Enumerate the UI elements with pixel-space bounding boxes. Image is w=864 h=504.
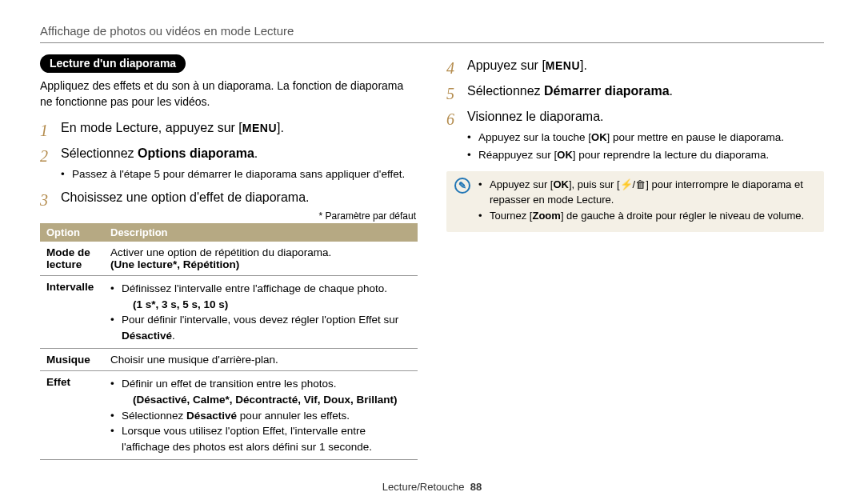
steps-left: En mode Lecture, appuyez sur [MENU]. Sél… [40, 118, 418, 208]
menu-icon: MENU [546, 59, 580, 72]
note-item: Tournez [Zoom] de gauche à droite pour r… [478, 209, 816, 224]
info-icon: ✎ [454, 178, 470, 194]
table-row: Effet Définir un effet de transition ent… [40, 371, 418, 460]
step-3: Choisissez une option d'effet de diapora… [40, 188, 418, 207]
section-label: Lecture d'un diaporama [40, 54, 186, 73]
section-intro: Appliquez des effets et du son à un diap… [40, 78, 418, 110]
step-6-sub: Appuyez sur la touche [OK] pour mettre e… [467, 130, 824, 146]
table-row: Musique Choisir une musique d'arrière-pl… [40, 349, 418, 371]
step-1: En mode Lecture, appuyez sur [MENU]. [40, 118, 418, 138]
table-row: Mode de lecture Activer une option de ré… [40, 242, 418, 276]
options-table: Option Description Mode de lecture Activ… [40, 223, 418, 460]
footer: Lecture/Retouche 88 [40, 481, 824, 493]
left-column: Lecture d'un diaporama Appliquez des eff… [40, 54, 418, 460]
ok-icon: OK [554, 178, 570, 190]
menu-icon: MENU [242, 122, 277, 134]
step-2-sub: Passez à l'étape 5 pour démarrer le diap… [61, 166, 418, 182]
step-2: Sélectionnez Options diaporama. Passez à… [40, 144, 418, 182]
header-rule [40, 42, 824, 43]
table-caption: * Paramètre par défaut [40, 210, 416, 222]
step-6: Visionnez le diaporama. Appuyez sur la t… [446, 107, 824, 163]
note-item: Appuyez sur [OK], puis sur [⚡/🗑] pour in… [478, 178, 816, 208]
step-6-sub: Réappuyez sur [OK] pour reprendre la lec… [467, 147, 824, 163]
step-5: Sélectionnez Démarrer diaporama. [446, 82, 824, 101]
flash-trash-icon: ⚡/🗑 [620, 178, 646, 190]
table-row: Intervalle Définissez l'intervalle entre… [40, 276, 418, 349]
page-header: Affichage de photos ou vidéos en mode Le… [40, 24, 824, 38]
ok-icon: OK [591, 131, 607, 143]
steps-right: Appuyez sur [MENU]. Sélectionnez Démarre… [446, 56, 824, 163]
step-4: Appuyez sur [MENU]. [446, 56, 824, 75]
note-box: ✎ Appuyez sur [OK], puis sur [⚡/🗑] pour … [446, 171, 824, 233]
right-column: Appuyez sur [MENU]. Sélectionnez Démarre… [446, 54, 824, 460]
note-icon: ✎ [454, 178, 470, 226]
th-description: Description [104, 223, 418, 242]
ok-icon: OK [557, 149, 573, 161]
th-option: Option [40, 223, 104, 242]
